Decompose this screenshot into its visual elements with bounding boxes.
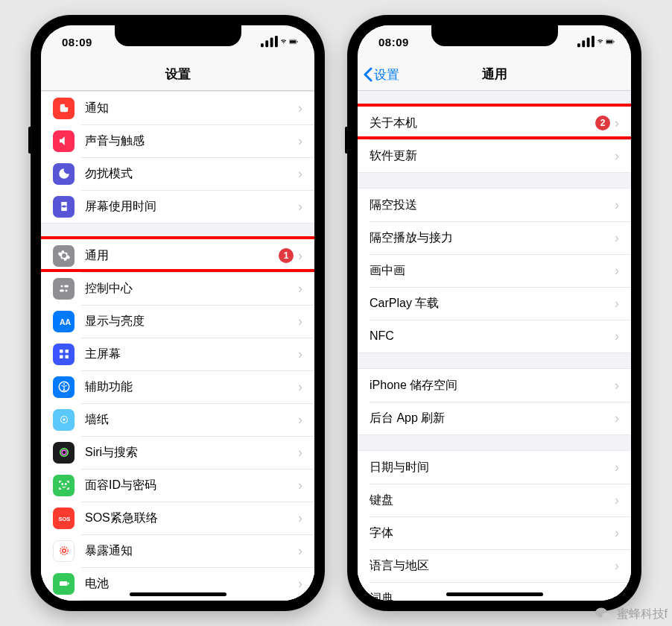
chevron-right-icon: › xyxy=(615,411,619,426)
screentime-icon xyxy=(53,196,75,218)
chevron-right-icon: › xyxy=(298,248,302,264)
status-icons xyxy=(577,36,615,47)
screen-general: 08:09 设置 通用 关于本机 xyxy=(358,25,631,601)
attribution-text: 蜜蜂科技f xyxy=(617,607,668,622)
row-label: 隔空投送 xyxy=(370,197,610,213)
svg-rect-34 xyxy=(592,36,595,47)
row-pip[interactable]: 画中画 › xyxy=(358,254,631,287)
row-label: CarPlay 车载 xyxy=(370,296,610,312)
svg-rect-17 xyxy=(65,355,69,359)
row-label: iPhone 储存空间 xyxy=(370,378,610,393)
row-software-update[interactable]: 软件更新 › xyxy=(358,139,631,172)
row-label: 通知 xyxy=(85,101,294,116)
row-homescreen[interactable]: 主屏幕 › xyxy=(41,338,314,370)
chevron-right-icon: › xyxy=(615,148,619,164)
chevron-right-icon: › xyxy=(615,460,619,475)
signal-icon xyxy=(261,36,278,47)
navbar-title: 通用 xyxy=(482,66,507,83)
chevron-left-icon xyxy=(364,67,373,82)
chevron-right-icon: › xyxy=(615,197,619,213)
svg-rect-37 xyxy=(614,41,615,42)
row-fonts[interactable]: 字体 › xyxy=(358,516,631,549)
wallpaper-icon xyxy=(53,409,75,431)
navbar-settings: 设置 xyxy=(41,58,314,91)
row-label: 屏幕使用时间 xyxy=(85,199,294,215)
chevron-right-icon: › xyxy=(298,199,302,215)
row-accessibility[interactable]: 辅助功能 › xyxy=(41,370,314,403)
svg-rect-29 xyxy=(60,581,68,586)
row-label: 画中画 xyxy=(370,263,610,279)
battery-icon xyxy=(53,573,75,595)
svg-point-24 xyxy=(62,484,63,485)
svg-rect-36 xyxy=(606,40,612,43)
chevron-right-icon: › xyxy=(615,591,619,601)
row-display[interactable]: AA 显示与亮度 › xyxy=(41,305,314,338)
row-bgrefresh[interactable]: 后台 App 刷新 › xyxy=(358,402,631,434)
row-airdrop[interactable]: 隔空投送 › xyxy=(358,189,631,221)
wifi-icon xyxy=(281,37,286,46)
chevron-right-icon: › xyxy=(615,493,619,508)
row-label: SOS紧急联络 xyxy=(85,510,294,526)
notifications-icon xyxy=(53,98,75,119)
svg-text:AA: AA xyxy=(60,317,71,326)
row-siri[interactable]: Siri与搜索 › xyxy=(41,436,314,469)
notch xyxy=(431,25,558,46)
row-wallpaper[interactable]: 墙纸 › xyxy=(41,403,314,436)
svg-point-21 xyxy=(63,419,65,421)
svg-rect-16 xyxy=(60,355,63,359)
svg-rect-5 xyxy=(290,40,296,43)
svg-rect-14 xyxy=(60,350,63,353)
svg-point-27 xyxy=(62,549,66,553)
svg-rect-10 xyxy=(64,285,69,288)
homescreen-icon xyxy=(53,344,75,365)
row-sounds[interactable]: 声音与触感 › xyxy=(41,124,314,157)
row-label: 辅助功能 xyxy=(85,379,294,395)
row-dnd[interactable]: 勿扰模式 › xyxy=(41,157,314,190)
row-dictionary[interactable]: 词典 › xyxy=(358,582,631,601)
status-time: 08:09 xyxy=(62,36,92,48)
row-datetime[interactable]: 日期与时间 › xyxy=(358,451,631,484)
chevron-right-icon: › xyxy=(298,445,302,461)
chevron-right-icon: › xyxy=(298,347,302,362)
settings-list[interactable]: 通知 › 声音与触感 › 勿扰模式 › 屏幕使 xyxy=(41,91,314,601)
row-privacy[interactable]: 隐私 › xyxy=(41,600,314,601)
back-label: 设置 xyxy=(374,66,399,83)
control-center-icon xyxy=(53,278,75,300)
row-nfc[interactable]: NFC › xyxy=(358,320,631,352)
svg-point-39 xyxy=(602,613,611,620)
row-label: 主屏幕 xyxy=(85,347,294,362)
row-language[interactable]: 语言与地区 › xyxy=(358,549,631,582)
svg-rect-3 xyxy=(275,36,278,47)
wifi-icon xyxy=(597,37,603,46)
row-notifications[interactable]: 通知 › xyxy=(41,92,314,124)
row-exposure[interactable]: 暴露通知 › xyxy=(41,534,314,567)
general-icon xyxy=(53,245,75,267)
row-label: Siri与搜索 xyxy=(85,445,294,461)
svg-point-11 xyxy=(65,290,67,292)
row-storage[interactable]: iPhone 储存空间 › xyxy=(358,369,631,402)
row-airplay[interactable]: 隔空播放与接力 › xyxy=(358,221,631,254)
row-about[interactable]: 关于本机 2 › xyxy=(358,107,631,139)
row-keyboard[interactable]: 键盘 › xyxy=(358,484,631,516)
home-indicator[interactable] xyxy=(130,592,226,596)
highlight-badge: 2 xyxy=(595,116,610,130)
row-screentime[interactable]: 屏幕使用时间 › xyxy=(41,190,314,223)
svg-point-23 xyxy=(62,450,66,455)
chevron-right-icon: › xyxy=(298,576,302,592)
row-label: 键盘 xyxy=(370,493,610,508)
back-button[interactable]: 设置 xyxy=(364,58,399,91)
sos-icon: SOS xyxy=(53,508,75,529)
row-general[interactable]: 通用 1 › xyxy=(41,239,314,272)
row-sos[interactable]: SOS SOS紧急联络 › xyxy=(41,502,314,534)
svg-rect-30 xyxy=(68,583,69,585)
home-indicator[interactable] xyxy=(446,592,543,596)
row-faceid[interactable]: 面容ID与密码 › xyxy=(41,469,314,502)
row-label: 日期与时间 xyxy=(370,460,610,475)
row-control-center[interactable]: 控制中心 › xyxy=(41,272,314,305)
row-label: 勿扰模式 xyxy=(85,166,294,182)
chevron-right-icon: › xyxy=(298,379,302,395)
row-carplay[interactable]: CarPlay 车载 › xyxy=(358,287,631,320)
general-list[interactable]: 关于本机 2 › 软件更新 › 隔空投送 › 隔空播放与接力 xyxy=(358,91,631,601)
row-label: 隔空播放与接力 xyxy=(370,230,610,246)
svg-rect-0 xyxy=(261,44,264,48)
